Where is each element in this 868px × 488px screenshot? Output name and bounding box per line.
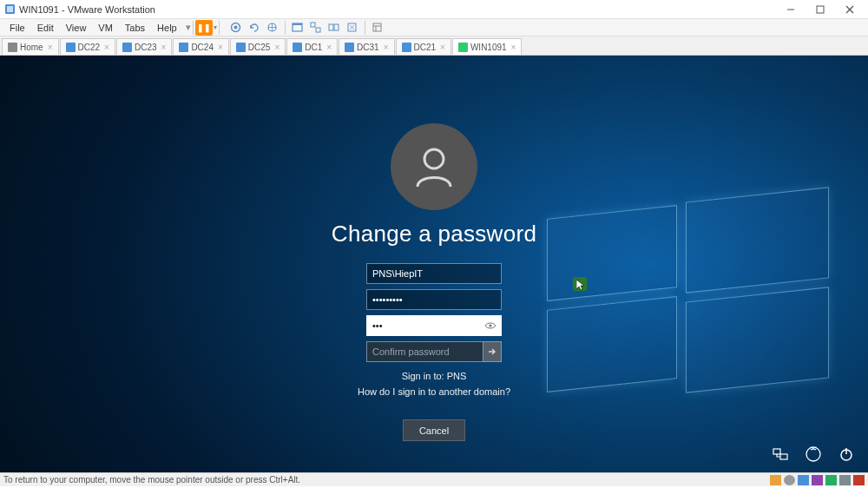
vm-icon — [458, 43, 468, 52]
tab-close-icon[interactable]: × — [384, 43, 389, 52]
tab-close-icon[interactable]: × — [511, 43, 516, 52]
svg-rect-1 — [7, 6, 13, 12]
vm-icon — [402, 43, 411, 52]
tab-close-icon[interactable]: × — [218, 43, 223, 52]
tray-usb-icon[interactable] — [812, 475, 823, 485]
menu-tabs[interactable]: Tabs — [119, 21, 151, 35]
tab-label: DC24 — [191, 43, 214, 52]
window-titlebar: WIN1091 - VMware Workstation — [0, 0, 868, 19]
username-field[interactable] — [366, 263, 502, 284]
menubar: File Edit View VM Tabs Help ▾ ❚❚ ▾ — [0, 19, 868, 36]
svg-point-20 — [489, 324, 491, 326]
windows-lockscreen-bg: Change a password Sign in to: PNS How — [0, 56, 868, 472]
toolbar-separator — [285, 21, 286, 35]
device-tray — [770, 475, 865, 485]
page-title: Change a password — [304, 221, 564, 247]
svg-rect-12 — [316, 28, 320, 32]
vm-display[interactable]: Change a password Sign in to: PNS How — [0, 56, 868, 472]
tray-display-icon[interactable] — [853, 475, 865, 485]
tab-label: DC1 — [305, 43, 322, 52]
toolbar-snapshot-icon[interactable] — [228, 20, 244, 36]
tab-close-icon[interactable]: × — [274, 43, 279, 52]
tab-close-icon[interactable]: × — [104, 43, 109, 52]
svg-rect-10 — [293, 23, 302, 25]
minimize-button[interactable] — [776, 0, 806, 19]
tab-vm[interactable]: DC22× — [60, 38, 115, 55]
confirm-password-field[interactable] — [366, 341, 502, 362]
lockscreen-system-icons — [771, 445, 856, 464]
menu-file[interactable]: File — [3, 21, 31, 35]
toolbar-stretch-icon[interactable] — [345, 20, 360, 36]
tab-label: DC31 — [357, 43, 379, 52]
window-title: WIN1091 - VMware Workstation — [19, 4, 776, 15]
ease-of-access-icon[interactable] — [804, 445, 823, 464]
tray-printer-icon[interactable] — [839, 475, 851, 485]
vm-icon — [66, 43, 76, 52]
user-avatar — [391, 123, 477, 210]
toolbar-library-icon[interactable] — [370, 20, 385, 36]
pause-button[interactable]: ❚❚ — [195, 20, 213, 36]
app-icon — [3, 3, 16, 16]
tab-label: Home — [20, 43, 43, 52]
tab-vm[interactable]: DC24× — [173, 38, 228, 55]
vm-icon — [179, 43, 188, 52]
tab-close-icon[interactable]: × — [326, 43, 332, 52]
close-button[interactable] — [835, 0, 865, 19]
toolbar-revert-icon[interactable] — [247, 20, 262, 36]
tab-close-icon[interactable]: × — [48, 43, 53, 52]
svg-rect-21 — [773, 449, 780, 454]
menu-vm[interactable]: VM — [92, 21, 119, 35]
svg-rect-11 — [311, 23, 315, 27]
svg-point-19 — [424, 149, 444, 168]
svg-rect-22 — [780, 454, 787, 459]
toolbar-console-icon[interactable] — [326, 20, 342, 36]
svg-rect-13 — [329, 24, 333, 30]
toolbar-manage-icon[interactable] — [265, 20, 280, 36]
menu-edit[interactable]: Edit — [31, 21, 60, 35]
vm-icon — [236, 43, 246, 52]
statusbar: To return to your computer, move the mou… — [0, 472, 868, 486]
tray-disk-icon[interactable] — [770, 475, 781, 485]
old-password-field[interactable] — [366, 289, 502, 310]
svg-rect-14 — [334, 24, 339, 30]
home-icon — [8, 43, 17, 52]
vm-icon — [345, 43, 354, 52]
status-hint: To return to your computer, move the mou… — [3, 475, 300, 485]
toolbar-separator — [219, 21, 220, 35]
new-password-field[interactable] — [366, 315, 502, 336]
tray-sound-icon[interactable] — [825, 475, 837, 485]
tab-vm[interactable]: DC1× — [286, 38, 338, 55]
tab-vm[interactable]: DC21× — [396, 38, 451, 55]
tab-label: DC21 — [414, 43, 437, 52]
other-domain-link[interactable]: How do I sign in to another domain? — [304, 386, 564, 397]
svg-rect-3 — [817, 6, 824, 13]
tab-label: DC25 — [248, 43, 271, 52]
menu-help[interactable]: Help — [151, 21, 183, 35]
vm-tabs-bar: Home× DC22× DC23× DC24× DC25× DC1× DC31×… — [0, 36, 868, 56]
toolbar-fullscreen-icon[interactable] — [290, 20, 306, 36]
submit-button[interactable] — [483, 341, 502, 362]
tab-close-icon[interactable]: × — [161, 43, 167, 52]
tab-vm[interactable]: DC31× — [339, 38, 394, 55]
tab-vm-active[interactable]: WIN1091× — [452, 38, 523, 55]
power-icon[interactable] — [837, 445, 856, 464]
vm-icon — [293, 43, 302, 52]
svg-rect-16 — [373, 23, 381, 31]
cancel-button[interactable]: Cancel — [403, 419, 465, 441]
tray-net-icon[interactable] — [798, 475, 809, 485]
toolbar-separator — [193, 21, 194, 35]
maximize-button[interactable] — [806, 0, 835, 19]
windows-logo — [547, 195, 833, 394]
svg-point-7 — [234, 26, 238, 30]
tab-label: WIN1091 — [470, 43, 507, 52]
reveal-password-icon[interactable] — [483, 318, 498, 333]
tab-home[interactable]: Home× — [2, 38, 59, 55]
tab-close-icon[interactable]: × — [440, 43, 445, 52]
tab-vm[interactable]: DC23× — [116, 38, 172, 55]
tray-cd-icon[interactable] — [784, 475, 795, 485]
vm-icon — [122, 43, 132, 52]
toolbar-unity-icon[interactable] — [308, 20, 324, 36]
menu-view[interactable]: View — [60, 21, 93, 35]
network-icon[interactable] — [771, 445, 790, 464]
tab-vm[interactable]: DC25× — [230, 38, 286, 55]
